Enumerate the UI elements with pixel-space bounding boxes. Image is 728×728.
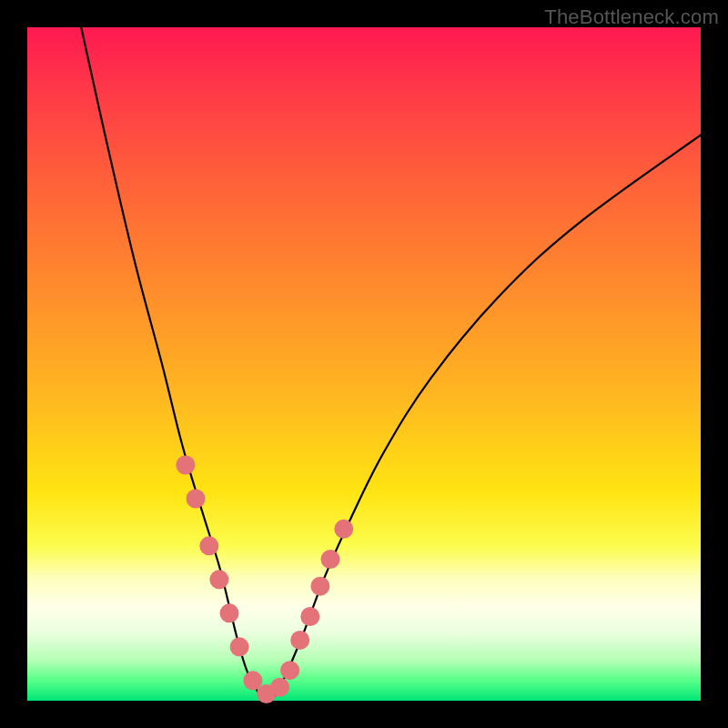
highlighted-point [310, 577, 329, 596]
highlighted-point [290, 631, 309, 650]
chart-svg [27, 27, 701, 701]
highlighted-point [280, 661, 299, 680]
highlighted-point [220, 603, 239, 622]
highlighted-point [270, 678, 289, 697]
highlighted-points-group [176, 456, 353, 704]
highlighted-point [199, 536, 218, 555]
highlighted-point [230, 637, 249, 656]
highlighted-point [187, 490, 206, 509]
highlighted-point [209, 570, 228, 589]
chart-plot-area [27, 27, 701, 701]
highlighted-point [300, 607, 319, 626]
highlighted-point [176, 456, 195, 475]
bottleneck-curve [81, 27, 701, 700]
highlighted-point [243, 671, 262, 690]
highlighted-point [334, 520, 353, 539]
watermark-text: TheBottleneck.com [544, 5, 719, 29]
highlighted-point [321, 550, 340, 569]
